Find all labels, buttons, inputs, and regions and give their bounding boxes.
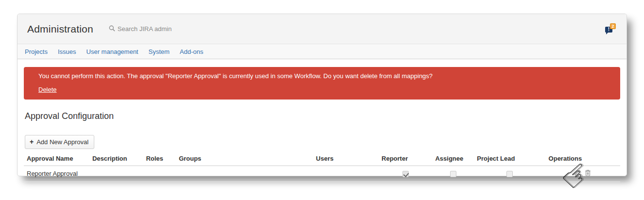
nav-item-add-ons[interactable]: Add-ons <box>180 48 203 55</box>
edit-pencil-icon[interactable] <box>574 169 581 176</box>
table-row: Reporter Approval <box>24 166 620 182</box>
section-heading: Approval Configuration <box>25 111 619 121</box>
page-title: Administration <box>27 23 93 35</box>
admin-window: Administration ! 2 Projects Issues User … <box>17 14 627 176</box>
notification-count-badge: 2 <box>610 23 616 29</box>
error-message: You cannot perform this action. The appr… <box>38 72 606 80</box>
app-header: Administration ! 2 <box>17 14 627 44</box>
col-approval-name: Approval Name <box>24 152 89 166</box>
cell-approval-name: Reporter Approval <box>24 166 89 182</box>
project-lead-checkbox <box>506 171 513 177</box>
admin-nav: Projects Issues User management System A… <box>17 44 627 59</box>
nav-item-user-management[interactable]: User management <box>87 48 139 55</box>
assignee-checkbox <box>450 171 456 177</box>
col-description: Description <box>89 152 143 166</box>
admin-search[interactable] <box>109 25 195 33</box>
add-new-approval-button[interactable]: + Add New Approval <box>25 135 94 149</box>
col-roles: Roles <box>143 152 175 166</box>
cell-groups <box>176 166 313 182</box>
col-groups: Groups <box>176 152 313 166</box>
col-assignee: Assignee <box>432 152 474 166</box>
nav-item-system[interactable]: System <box>149 48 170 55</box>
col-operations: Operations <box>546 152 620 166</box>
delete-trash-icon[interactable] <box>585 169 591 176</box>
nav-item-issues[interactable]: Issues <box>58 48 76 55</box>
col-reporter: Reporter <box>379 152 432 166</box>
col-users: Users <box>313 152 379 166</box>
notifications-button[interactable]: ! 2 <box>604 24 616 34</box>
approvals-table: Approval Name Description Roles Groups U… <box>24 152 620 182</box>
delete-link[interactable]: Delete <box>38 86 57 93</box>
search-input[interactable] <box>118 25 195 33</box>
operations-cell <box>574 169 591 176</box>
cell-roles <box>143 166 175 182</box>
cell-users <box>313 166 379 182</box>
search-icon <box>109 25 115 33</box>
reporter-checkbox <box>402 171 409 177</box>
error-banner: You cannot perform this action. The appr… <box>24 67 620 100</box>
page-body: You cannot perform this action. The appr… <box>17 59 627 182</box>
table-header-row: Approval Name Description Roles Groups U… <box>24 152 620 166</box>
col-project-lead: Project Lead <box>474 152 545 166</box>
plus-icon: + <box>30 138 34 146</box>
cell-description <box>89 166 143 182</box>
nav-item-projects[interactable]: Projects <box>25 48 48 55</box>
add-button-label: Add New Approval <box>36 138 88 146</box>
